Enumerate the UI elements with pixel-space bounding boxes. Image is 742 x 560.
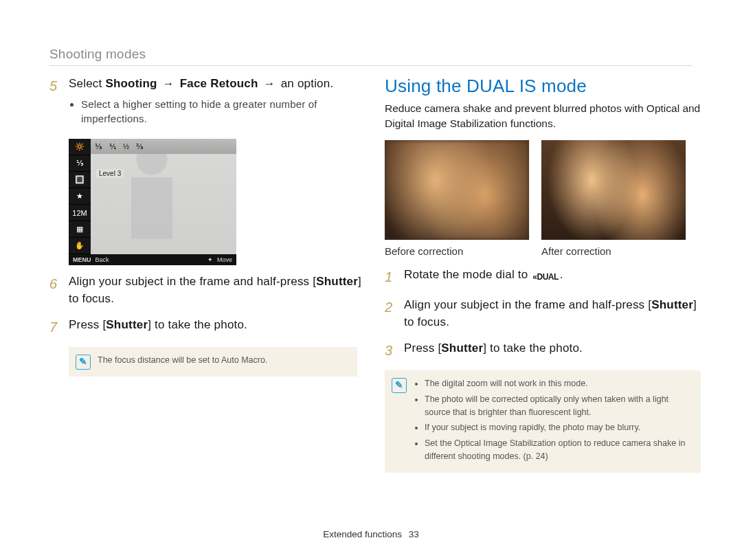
lcd-left-iconbar: 🔆 ⅓ 🔳 ★ 12M ▦ ✋ bbox=[69, 139, 91, 254]
step-body: Align your subject in the frame and half… bbox=[69, 273, 366, 307]
running-header: Shooting modes bbox=[49, 47, 146, 62]
text: Align your subject in the frame and half… bbox=[69, 275, 316, 288]
lcd-menu-label: MENU bbox=[73, 256, 91, 263]
note-text: The digital zoom will not work in this m… bbox=[414, 377, 693, 466]
step-5: 5 Select Shooting → Face Retouch → an op… bbox=[49, 76, 366, 129]
caption-row: Before correction After correction bbox=[385, 245, 701, 257]
header-rule bbox=[49, 65, 693, 66]
caption-after: After correction bbox=[541, 245, 686, 257]
text: Rotate the mode dial to bbox=[404, 268, 531, 281]
lcd-bottombar: MENU Back ✦ Move bbox=[69, 254, 236, 265]
silhouette-icon bbox=[114, 143, 190, 253]
step-1: 1 Rotate the mode dial to «DUAL. bbox=[385, 267, 701, 287]
text: ] to take the photo. bbox=[148, 318, 247, 331]
text: Press [ bbox=[404, 341, 441, 355]
camera-lcd-preview: 🔆 ⅓ 🔳 ★ 12M ▦ ✋ ⅓ ⅟₁ ½ ⅔ Level 3 MENU Ba… bbox=[69, 139, 236, 265]
text: . bbox=[560, 268, 563, 281]
note-icon: ✎ bbox=[76, 355, 91, 370]
lcd-top-item: ⅓ bbox=[95, 142, 102, 151]
step-number: 6 bbox=[49, 273, 69, 307]
step-body: Press [Shutter] to take the photo. bbox=[404, 340, 701, 361]
lcd-icon: ⅓ bbox=[69, 155, 91, 172]
lcd-icon: ▦ bbox=[69, 221, 91, 238]
note-bullet: Set the Optical Image Stabilization opti… bbox=[425, 437, 693, 463]
step-number: 1 bbox=[385, 267, 404, 287]
arrow-icon: → bbox=[264, 77, 276, 90]
note-text: The focus distance will be set to Auto M… bbox=[98, 354, 267, 367]
lcd-icon: 🔆 bbox=[69, 139, 91, 155]
step-number: 2 bbox=[385, 297, 404, 331]
lcd-icon: 12M bbox=[69, 205, 91, 221]
text: Align your subject in the frame and half… bbox=[404, 298, 651, 311]
lcd-icon: 🔳 bbox=[69, 172, 91, 188]
lcd-icon: ★ bbox=[69, 188, 91, 205]
key-shutter: Shutter bbox=[651, 298, 693, 311]
step-body: Press [Shutter] to take the photo. bbox=[69, 317, 366, 337]
note-bullet: The digital zoom will not work in this m… bbox=[425, 377, 693, 390]
thumb-after bbox=[541, 140, 686, 240]
step-sub-bullet: Select a higher setting to hide a greate… bbox=[81, 97, 366, 127]
step-number: 3 bbox=[385, 340, 404, 361]
step-number: 7 bbox=[49, 317, 69, 337]
step-sub: Select a higher setting to hide a greate… bbox=[69, 97, 366, 127]
note-icon: ✎ bbox=[392, 378, 407, 393]
lcd-top-item: ⅟₁ bbox=[109, 142, 116, 151]
step-6: 6 Align your subject in the frame and ha… bbox=[49, 273, 366, 307]
note-bullet: The photo will be corrected optically on… bbox=[425, 393, 693, 419]
step-3: 3 Press [Shutter] to take the photo. bbox=[385, 340, 701, 361]
left-column: 5 Select Shooting → Face Retouch → an op… bbox=[49, 76, 366, 377]
footer-page-number: 33 bbox=[409, 529, 419, 539]
lcd-move-label: Move bbox=[217, 256, 232, 263]
lcd-icon: ✋ bbox=[69, 238, 91, 254]
note-box: ✎ The focus distance will be set to Auto… bbox=[69, 347, 357, 377]
page-footer: Extended functions 33 bbox=[0, 529, 742, 539]
text: an option. bbox=[281, 77, 334, 90]
step-body: Align your subject in the frame and half… bbox=[404, 297, 701, 331]
lcd-back-label: Back bbox=[95, 256, 109, 263]
step-number: 5 bbox=[49, 76, 69, 129]
step-body: Rotate the mode dial to «DUAL. bbox=[404, 267, 701, 287]
text: ] to take the photo. bbox=[483, 341, 583, 355]
note-bullet: If your subject is moving rapidly, the p… bbox=[425, 421, 693, 434]
menu-path-shooting: Shooting bbox=[105, 77, 157, 90]
dual-mode-icon: «DUAL bbox=[531, 271, 560, 283]
key-shutter: Shutter bbox=[106, 318, 148, 331]
key-shutter: Shutter bbox=[441, 341, 483, 355]
menu-path-face-retouch: Face Retouch bbox=[180, 77, 258, 90]
comparison-thumbs bbox=[385, 140, 701, 240]
thumb-before bbox=[385, 140, 529, 240]
step-body: Select Shooting → Face Retouch → an opti… bbox=[69, 76, 366, 129]
right-column: Using the DUAL IS mode Reduce camera sha… bbox=[385, 76, 701, 473]
footer-section: Extended functions bbox=[323, 529, 402, 539]
lcd-top-item: ⅔ bbox=[136, 142, 144, 151]
nav-diamond-icon: ✦ bbox=[207, 256, 213, 263]
text: Select bbox=[69, 77, 102, 90]
step-2: 2 Align your subject in the frame and ha… bbox=[385, 297, 701, 331]
note-box: ✎ The digital zoom will not work in this… bbox=[385, 370, 701, 473]
section-lede: Reduce camera shake and prevent blurred … bbox=[385, 101, 701, 132]
arrow-icon: → bbox=[163, 77, 175, 90]
text: Press [ bbox=[69, 318, 106, 331]
lcd-level-label: Level 3 bbox=[96, 169, 124, 178]
section-heading: Using the DUAL IS mode bbox=[385, 76, 701, 97]
caption-before: Before correction bbox=[385, 245, 529, 257]
lcd-topbar: ⅓ ⅟₁ ½ ⅔ bbox=[91, 139, 236, 154]
lcd-top-item: ½ bbox=[123, 142, 129, 150]
step-7: 7 Press [Shutter] to take the photo. bbox=[49, 317, 366, 337]
key-shutter: Shutter bbox=[316, 275, 358, 288]
